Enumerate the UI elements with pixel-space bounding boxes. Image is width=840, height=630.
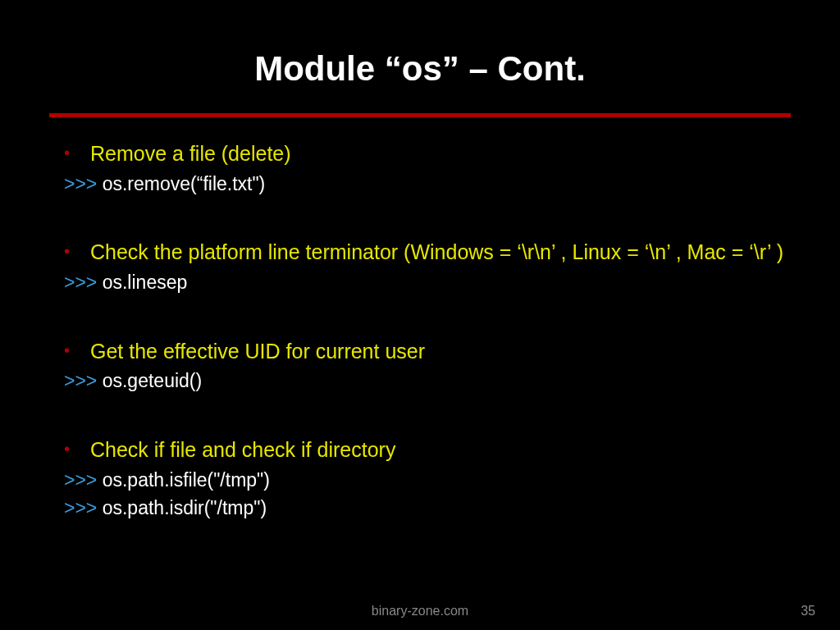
- code-line: >>> os.path.isfile("/tmp"): [49, 468, 791, 493]
- title-lquote: “: [385, 49, 402, 88]
- prompt: >>>: [64, 272, 97, 293]
- footer-site: binary-zone.com: [0, 604, 840, 619]
- title-post: – Cont.: [459, 49, 586, 88]
- prompt: >>>: [64, 469, 97, 491]
- code-line: >>> os.linesep: [49, 271, 791, 295]
- bullet-linesep: Check the platform line terminator (Wind…: [49, 239, 791, 266]
- bullet-geteuid: Get the effective UID for current user: [49, 338, 791, 365]
- prompt: >>>: [64, 173, 97, 194]
- title-rquote: ”: [442, 49, 459, 88]
- code-text: os.linesep: [97, 272, 187, 293]
- bullet-isfile-isdir: Check if file and check if directory: [49, 436, 791, 463]
- spacer: [49, 397, 791, 433]
- footer-page-number: 35: [801, 604, 815, 619]
- code-text: os.remove(“file.txt"): [97, 173, 265, 194]
- slide: Module “os” – Cont. Remove a file (delet…: [0, 0, 840, 630]
- code-line: >>> os.path.isdir("/tmp"): [49, 496, 791, 521]
- slide-title: Module “os” – Cont.: [49, 49, 791, 89]
- title-mid: os: [402, 49, 442, 88]
- slide-content: Remove a file (delete) >>> os.remove(“fi…: [49, 140, 791, 520]
- bullet-remove-file: Remove a file (delete): [49, 140, 791, 167]
- code-line: >>> os.remove(“file.txt"): [49, 172, 791, 197]
- divider-line: [49, 113, 791, 117]
- spacer: [49, 199, 791, 235]
- prompt: >>>: [64, 370, 97, 391]
- spacer: [49, 299, 791, 335]
- title-pre: Module: [254, 49, 385, 88]
- prompt: >>>: [64, 497, 97, 518]
- code-text: os.path.isfile("/tmp"): [97, 469, 270, 491]
- code-text: os.path.isdir("/tmp"): [97, 497, 267, 518]
- code-text: os.geteuid(): [97, 370, 202, 391]
- code-line: >>> os.geteuid(): [49, 369, 791, 394]
